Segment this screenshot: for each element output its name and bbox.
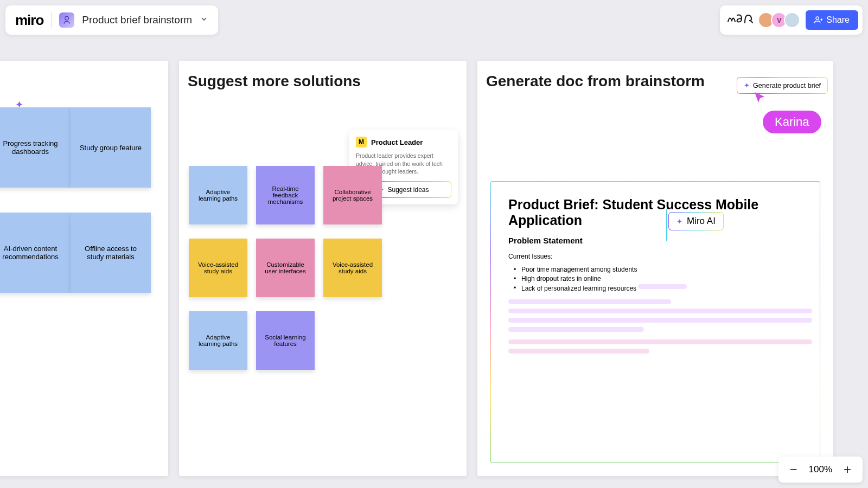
skeleton-line bbox=[508, 349, 649, 354]
board-title[interactable]: Product brief brainstorm bbox=[82, 14, 192, 26]
share-button[interactable]: Share bbox=[806, 10, 858, 30]
generated-doc[interactable]: Product Brief: Student Success Mobile Ap… bbox=[490, 181, 820, 463]
chevron-down-icon[interactable] bbox=[200, 15, 208, 25]
sticky-text: Offline access to study materials bbox=[78, 245, 143, 261]
sticky-note[interactable]: Voice-assisted study aids bbox=[189, 239, 247, 297]
sticky-note[interactable]: Offline access to study materials bbox=[71, 213, 151, 293]
sticky-note[interactable]: AI-driven content recommendations bbox=[0, 213, 71, 293]
svg-point-0 bbox=[65, 16, 69, 20]
top-bar-left: miro Product brief brainstorm bbox=[5, 5, 218, 35]
sticky-text: Customizable user interfaces bbox=[261, 261, 309, 274]
sticky-text: AI-driven content recommendations bbox=[0, 245, 63, 261]
remote-cursor-label: Karina bbox=[763, 111, 821, 133]
sticky-note[interactable]: Collaborative project spaces bbox=[323, 166, 382, 224]
reactions-icon[interactable] bbox=[726, 11, 756, 29]
sticky-text: Voice-assisted study aids bbox=[194, 261, 242, 274]
remote-cursor-icon bbox=[753, 91, 766, 106]
frame-title: Suggest more solutions bbox=[179, 61, 467, 95]
ai-cursor-line bbox=[666, 209, 667, 241]
skeleton-line bbox=[508, 327, 644, 332]
generate-brief-label: Generate product brief bbox=[753, 82, 821, 89]
sparkle-icon[interactable]: ✦ bbox=[15, 99, 23, 111]
doc-bullet: Lack of personalized learning resources bbox=[516, 284, 802, 293]
sticky-text: Voice-assisted study aids bbox=[329, 261, 376, 274]
sticky-note[interactable]: Customizable user interfaces bbox=[256, 239, 315, 297]
miro-ai-tag: ✦ Miro AI bbox=[668, 212, 724, 230]
miro-logo[interactable]: miro bbox=[15, 12, 43, 29]
sparkle-icon: ✦ bbox=[744, 81, 750, 89]
miro-ai-label: Miro AI bbox=[687, 216, 716, 227]
top-bar-right: V Share bbox=[720, 5, 863, 35]
skeleton-line bbox=[508, 299, 671, 304]
zoom-out-button[interactable]: − bbox=[787, 462, 800, 477]
share-label: Share bbox=[826, 15, 850, 25]
sticky-text: Collaborative project spaces bbox=[329, 189, 376, 202]
zoom-in-button[interactable]: + bbox=[841, 462, 854, 477]
sticky-text: Real-time feedback mechanisms bbox=[261, 185, 309, 205]
sticky-text: Adaptive learning paths bbox=[194, 189, 242, 202]
skeleton-line bbox=[508, 309, 812, 313]
svg-point-1 bbox=[816, 17, 819, 20]
zoom-control: − 100% + bbox=[778, 457, 863, 483]
product-leader-icon: M bbox=[356, 137, 367, 147]
doc-bullet-list: Poor time management among students High… bbox=[508, 266, 802, 293]
doc-title: Product Brief: Student Success Mobile Ap… bbox=[508, 197, 802, 228]
doc-label: Current Issues: bbox=[508, 253, 802, 260]
sticky-note[interactable]: Real-time feedback mechanisms bbox=[256, 166, 315, 224]
doc-bullet: Poor time management among students bbox=[516, 266, 802, 273]
sticky-note[interactable]: Adaptive learning paths bbox=[189, 311, 247, 370]
sticky-text: Study group feature bbox=[80, 144, 142, 152]
sticky-note[interactable]: Adaptive learning paths bbox=[189, 166, 247, 224]
collaborator-avatars[interactable]: V bbox=[761, 12, 800, 28]
skeleton-line bbox=[508, 339, 812, 344]
suggest-ideas-label: Suggest ideas bbox=[387, 186, 429, 194]
generate-product-brief-button[interactable]: ✦ Generate product brief bbox=[737, 77, 828, 94]
skeleton-line bbox=[508, 318, 812, 323]
product-leader-title: Product Leader bbox=[371, 138, 423, 146]
avatar[interactable] bbox=[784, 12, 800, 28]
sticky-text: Social learning features bbox=[261, 334, 309, 347]
doc-section: Problem Statement bbox=[508, 236, 802, 245]
zoom-value[interactable]: 100% bbox=[809, 464, 832, 475]
sticky-text: Progress tracking dashboards bbox=[0, 139, 63, 156]
doc-bullet: High dropout rates in online bbox=[516, 275, 802, 282]
sticky-note[interactable]: Voice-assisted study aids bbox=[323, 239, 382, 297]
divider bbox=[51, 12, 52, 28]
sticky-note[interactable]: Study group feature bbox=[71, 107, 151, 188]
sparkle-icon: ✦ bbox=[676, 217, 682, 226]
ai-avatar-icon[interactable] bbox=[59, 12, 74, 28]
sticky-text: Adaptive learning paths bbox=[194, 334, 242, 347]
sticky-note[interactable]: Social learning features bbox=[256, 311, 315, 370]
sticky-note[interactable]: Progress tracking dashboards bbox=[0, 107, 71, 188]
